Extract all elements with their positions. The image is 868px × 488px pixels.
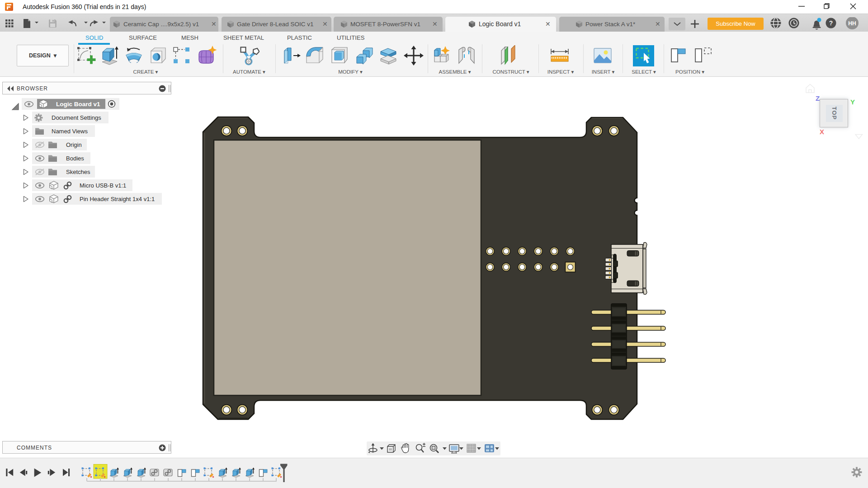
- svg-text:Origin: Origin: [66, 141, 82, 148]
- svg-text:Named Views: Named Views: [52, 128, 88, 135]
- svg-text:Y: Y: [850, 98, 855, 106]
- svg-text:Pin Header Straight 1x4 v1:1: Pin Header Straight 1x4 v1:1: [80, 196, 155, 202]
- svg-text:Micro USB-B v1:1: Micro USB-B v1:1: [80, 182, 126, 189]
- svg-text:Logic Board v1: Logic Board v1: [56, 101, 100, 108]
- svg-text:X: X: [820, 128, 824, 136]
- svg-text:Document Settings: Document Settings: [52, 114, 101, 121]
- svg-text:Bodies: Bodies: [66, 155, 84, 162]
- svg-text:Z: Z: [816, 94, 820, 102]
- svg-text:Sketches: Sketches: [66, 169, 90, 175]
